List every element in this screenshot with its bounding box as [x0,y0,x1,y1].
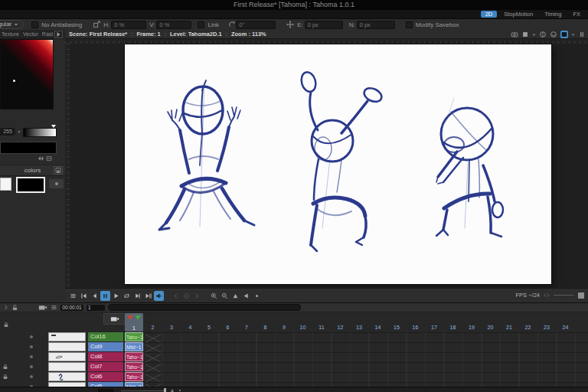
frame-field[interactable]: 1 [87,305,105,311]
lock-column-icon[interactable] [3,322,9,328]
cell-frame-1[interactable]: Mist~1 [125,342,143,351]
fps-slider-track[interactable] [554,295,573,296]
skip-start-button[interactable] [79,291,89,301]
style-tab-vector[interactable]: Vector [23,31,38,37]
menu-icon[interactable] [51,304,57,311]
cell-frame-1[interactable]: Taho~1 [125,332,143,341]
frame-slider-track[interactable] [108,304,301,311]
next-drawing-button[interactable] [192,291,202,301]
zoom-in-button[interactable] [209,291,219,301]
cell-frame-1[interactable]: Taho~1 [125,362,143,371]
camera-icon[interactable] [38,304,47,311]
save-palette-button[interactable] [54,166,63,175]
frame-number-8[interactable]: 8 [256,324,275,332]
unlock-icon[interactable] [11,304,18,311]
frame-number-15[interactable]: 15 [387,324,406,332]
freeze-button[interactable] [578,31,586,38]
key-marker-button[interactable] [181,291,191,301]
scale-h-field[interactable]: 0 % [111,21,146,29]
frame-number-1[interactable]: 1 [125,325,143,331]
color-picker-cursor[interactable] [13,80,15,82]
layer-name[interactable]: Col8 [88,352,123,361]
xsheet-zoom-handle[interactable] [164,388,166,392]
frame-number-19[interactable]: 19 [462,324,481,332]
onion-skin-back-marker[interactable] [127,315,133,320]
layer-visibility-toggle[interactable] [30,345,33,348]
modify-savebox-checkbox[interactable] [406,21,413,28]
layer-lock-icon[interactable] [2,364,8,370]
zoom-value-box[interactable] [98,389,113,392]
room-tab-2d[interactable]: 2D [481,11,498,18]
value-gradient-slider[interactable] [23,128,57,137]
scale-v-field[interactable]: 0 % [156,21,191,29]
loop-button[interactable] [122,291,132,301]
cell-frame-1[interactable]: Taho~1 [125,372,143,381]
layer-visibility-toggle[interactable] [30,335,33,338]
flip-vertical-button[interactable] [230,291,240,301]
layer-name[interactable]: Col6 [88,372,123,381]
zoom-step-icon[interactable] [170,388,175,392]
layer-name[interactable]: Col16 [88,332,123,341]
layer-name[interactable]: Col9 [88,342,123,351]
swatch-add-button[interactable] [48,178,64,189]
menu-button[interactable] [68,291,78,301]
zoom-out-button[interactable] [220,291,230,301]
frame-number-4[interactable]: 4 [181,324,200,332]
color-picker-square[interactable] [0,39,54,109]
frame-number-11[interactable]: 11 [312,324,331,332]
current-frame-header[interactable]: 1 [125,313,143,332]
pos-e-field[interactable]: 0 px [305,21,343,29]
layer-thumbnail[interactable] [48,362,86,371]
layer-thumbnail[interactable] [48,332,86,341]
frame-number-24[interactable]: 24 [557,324,575,332]
step-forward-button[interactable] [132,291,142,301]
frame-number-23[interactable]: 23 [537,324,556,332]
value-field[interactable]: 255 [0,128,15,136]
frame-number-2[interactable]: 2 [144,324,162,332]
pos-n-field[interactable]: 0 px [357,21,395,29]
skip-end-button[interactable] [143,291,153,301]
sound-button[interactable] [154,291,164,301]
reset-view-button[interactable] [252,291,262,301]
style-tab-texture[interactable]: Texture [2,31,19,37]
room-tab-fx[interactable]: FX [568,11,585,18]
frame-number-3[interactable]: 3 [162,324,181,332]
layer-visibility-toggle[interactable] [30,355,33,358]
step-back-button[interactable] [90,291,100,301]
xsheet-zoom-track[interactable] [121,390,165,391]
preview-caret-icon[interactable] [571,33,575,37]
fps-slider-handle[interactable] [577,292,585,299]
layer-thumbnail[interactable] [48,372,86,381]
frame-number-12[interactable]: 12 [332,324,350,332]
field-guide-button[interactable] [550,31,557,38]
room-tab-timing[interactable]: Timing [540,11,566,18]
layer-lock-icon[interactable] [2,374,8,380]
camera-column-header[interactable] [103,313,126,325]
frame-number-21[interactable]: 21 [500,324,518,332]
zoom-dot-icon[interactable] [178,388,182,392]
prev-drawing-button[interactable] [171,291,181,301]
frame-number-7[interactable]: 7 [237,324,256,332]
frame-number-20[interactable]: 20 [482,324,500,332]
drawing-canvas[interactable] [125,44,551,284]
tabs-overflow-button[interactable] [54,31,63,38]
frame-number-22[interactable]: 22 [519,324,537,332]
layer-thumbnail[interactable] [48,352,86,361]
frame-number-6[interactable]: 6 [219,324,237,332]
safe-area-button[interactable] [539,31,547,38]
list-icon[interactable] [46,155,52,162]
frame-number-13[interactable]: 13 [350,324,368,332]
view-mode-caret-icon[interactable] [532,33,536,37]
selection-type-dropdown[interactable]: ngular [0,20,24,29]
view-mode-button[interactable] [521,31,529,38]
rotation-field[interactable]: 0° [236,21,276,29]
frame-number-5[interactable]: 5 [200,324,218,332]
frame-number-18[interactable]: 18 [444,324,462,332]
cell-frame-1[interactable]: Taho~1 [125,352,143,361]
pause-button[interactable] [100,291,110,301]
frame-number-16[interactable]: 16 [407,324,425,332]
swatch-selected[interactable] [16,177,45,193]
chevron-right-icon[interactable] [3,305,8,310]
layer-visibility-toggle[interactable] [30,365,33,368]
camera-view-button[interactable] [511,31,518,38]
